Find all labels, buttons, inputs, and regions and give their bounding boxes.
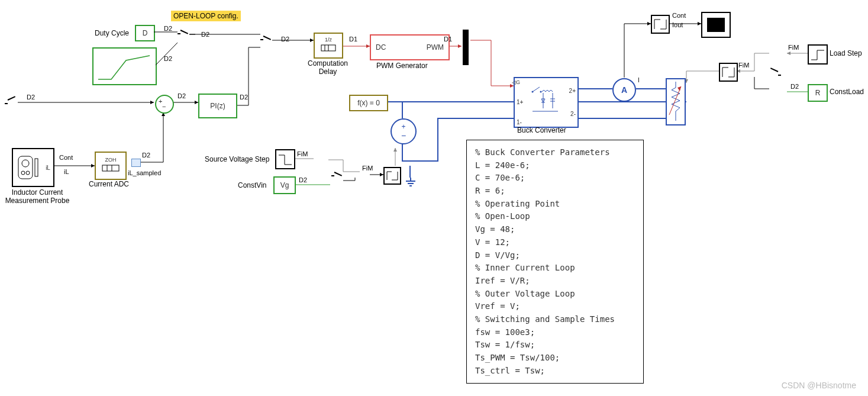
switch-load[interactable] bbox=[769, 71, 781, 79]
ammeter-block[interactable]: A bbox=[612, 78, 636, 102]
sig-d2-2: D2 bbox=[201, 31, 209, 38]
buck-2m: 2- bbox=[569, 111, 576, 117]
pi-block[interactable]: PI(z) bbox=[198, 94, 237, 118]
adc-label: Current ADC bbox=[89, 180, 129, 188]
sig-cont-iout: Cont bbox=[672, 12, 686, 19]
sig-fim-load: FiM bbox=[788, 44, 799, 51]
parameters-textbox: % Buck Converter Parameters L = 240e-6; … bbox=[466, 140, 644, 384]
current-adc-block[interactable]: ZOH bbox=[95, 152, 127, 180]
svg-point-42 bbox=[21, 171, 25, 175]
const-Vg-text: Vg bbox=[280, 181, 289, 189]
probe-iL-port: iL bbox=[46, 165, 50, 171]
sig-d2-sum: D2 bbox=[178, 92, 186, 99]
buck-G: G bbox=[516, 79, 520, 85]
simulink-canvas: OPEN-LOOP config. Duty Cycle D D2 D2 D2 … bbox=[0, 0, 868, 396]
rate-transition-load[interactable] bbox=[719, 63, 738, 82]
config-highlight: OPEN-LOOP config. bbox=[171, 11, 241, 21]
buck-2p: 2+ bbox=[569, 88, 576, 94]
sig-iLsampled: iL_sampled bbox=[128, 169, 161, 176]
adc-zoh: ZOH bbox=[105, 157, 117, 163]
delay-1z: 1/z bbox=[325, 37, 332, 43]
constant-Vg-block[interactable]: Vg bbox=[273, 176, 296, 194]
probe-block[interactable]: iL bbox=[12, 148, 54, 187]
switch-src[interactable] bbox=[331, 172, 343, 180]
ramp-block[interactable] bbox=[92, 47, 157, 85]
load-step-block[interactable] bbox=[808, 44, 828, 65]
buck-label: Buck Converter bbox=[517, 126, 566, 134]
constant-D-text: D bbox=[143, 29, 148, 37]
sig-fim-src2: FiM bbox=[362, 165, 373, 172]
watermark: CSDN @HBisnotme bbox=[782, 381, 856, 390]
ground-icon bbox=[405, 178, 417, 190]
demux-block[interactable] bbox=[463, 30, 469, 65]
solver-text: f(x) = 0 bbox=[357, 99, 380, 107]
sig-d2-adc: D2 bbox=[142, 152, 150, 159]
sig-d1-b: D1 bbox=[444, 36, 452, 43]
src-step-label: Source Voltage Step bbox=[205, 155, 269, 163]
switch-input-left[interactable] bbox=[5, 99, 17, 108]
const-R-text: R bbox=[815, 89, 821, 97]
pwm-dc-port: DC bbox=[376, 43, 386, 51]
src-step-block[interactable] bbox=[275, 149, 295, 169]
svg-point-43 bbox=[26, 171, 30, 175]
sig-d2-3: D2 bbox=[164, 55, 172, 62]
solver-block[interactable]: f(x) = 0 bbox=[349, 95, 388, 111]
sig-fim-src: FiM bbox=[297, 150, 308, 157]
pwm-pwm-port: PWM bbox=[427, 43, 444, 51]
probe-icon bbox=[16, 153, 40, 182]
rate-transition-src[interactable] bbox=[383, 167, 401, 185]
svg-point-30 bbox=[540, 91, 542, 93]
sig-d2-vg: D2 bbox=[299, 176, 307, 183]
svg-rect-45 bbox=[102, 165, 119, 171]
constant-D-block[interactable]: D bbox=[135, 25, 155, 41]
switch-1[interactable] bbox=[178, 30, 189, 38]
sig-d2-2b: D2 bbox=[281, 36, 289, 43]
constvin-label: ConstVin bbox=[238, 181, 266, 189]
constload-label: ConstLoad bbox=[830, 88, 864, 96]
sig-d2-R: D2 bbox=[790, 83, 799, 90]
sig-cont-probe: Cont bbox=[59, 154, 73, 161]
sig-d2-1: D2 bbox=[164, 25, 172, 32]
svg-rect-44 bbox=[35, 159, 38, 176]
buck-1p: 1+ bbox=[517, 99, 523, 105]
ammeter-A: A bbox=[621, 85, 627, 95]
pi-text: PI(z) bbox=[210, 102, 225, 110]
rate-transition-iout[interactable] bbox=[651, 15, 670, 34]
buck-converter-block[interactable]: ◁G 1+ 1- 2+ 2- bbox=[514, 77, 579, 128]
sig-d2-left: D2 bbox=[27, 94, 35, 101]
buck-1m: 1- bbox=[517, 119, 523, 125]
sig-iL: iL bbox=[64, 168, 69, 175]
sum-minus: − bbox=[162, 103, 166, 110]
sig-d2-pi: D2 bbox=[240, 94, 248, 101]
load-step-label: Load Step bbox=[830, 49, 862, 57]
pwm-generator-block[interactable]: DC PWM bbox=[370, 34, 450, 60]
probe-label: Inductor Current Measurement Probe bbox=[5, 188, 70, 205]
ammeter-I: I bbox=[638, 77, 640, 83]
svg-point-41 bbox=[22, 160, 29, 167]
svg-text:+: + bbox=[401, 123, 405, 131]
computation-delay-block[interactable]: 1/z bbox=[314, 33, 343, 59]
signal-viewer-icon[interactable] bbox=[131, 159, 141, 167]
svg-point-29 bbox=[532, 91, 534, 93]
svg-text:−: − bbox=[401, 131, 406, 140]
voltage-source[interactable]: +− bbox=[391, 118, 417, 144]
duty-cycle-label: Duty Cycle bbox=[95, 29, 129, 37]
scope-block[interactable] bbox=[701, 12, 731, 38]
sig-fim-load2: FiM bbox=[738, 62, 749, 69]
sig-iout: Iout bbox=[672, 21, 683, 28]
pwm-gen-label: PWM Generator bbox=[376, 62, 428, 70]
comp-delay-label: Computation Delay bbox=[304, 59, 351, 76]
sum-block[interactable]: + − bbox=[155, 95, 174, 114]
constant-R-block[interactable]: R bbox=[808, 84, 828, 102]
buck-schematic-icon bbox=[531, 85, 561, 120]
switch-2[interactable] bbox=[260, 36, 272, 44]
sig-d1-a: D1 bbox=[349, 36, 357, 43]
variable-resistor[interactable] bbox=[666, 78, 686, 125]
